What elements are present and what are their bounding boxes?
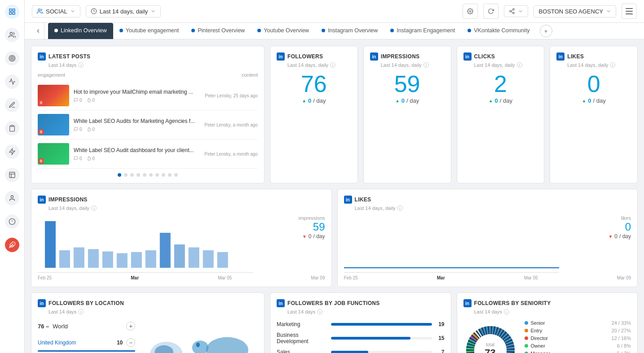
function-bar-wrap bbox=[331, 337, 432, 340]
seniority-dot bbox=[525, 336, 528, 340]
post-info: White Label SEO Audits for Marketing Age… bbox=[74, 118, 200, 132]
svg-marker-9 bbox=[9, 148, 15, 154]
svg-point-22 bbox=[513, 12, 515, 14]
tab-youtube-engagement[interactable]: Youtube engagement bbox=[113, 23, 185, 39]
social-selector[interactable]: SOCIAL bbox=[32, 5, 80, 17]
followers-value: 76 bbox=[277, 72, 351, 96]
sidebar-lightning-icon[interactable] bbox=[5, 144, 19, 159]
chevron-down-share-icon bbox=[518, 9, 523, 14]
tab-instagram-ov-label: Instagram Overview bbox=[328, 27, 378, 34]
settings-btn[interactable] bbox=[463, 4, 478, 19]
likes-chart-info: likes 0 ▼ 0 / day bbox=[608, 215, 631, 240]
sidebar-user-circle-icon[interactable] bbox=[5, 191, 19, 205]
info-icon-posts[interactable]: i bbox=[78, 62, 84, 68]
functions-subtitle: Last 14 days i bbox=[277, 309, 445, 314]
info-icon-functions[interactable]: i bbox=[317, 309, 322, 314]
impressions-stat-value: 59 bbox=[370, 72, 445, 96]
latest-posts-card: in LATEST POSTS Last 14 days i engagemen… bbox=[31, 46, 265, 183]
function-bar-wrap bbox=[331, 351, 432, 353]
agency-selector[interactable]: BOSTON SEO AGENCY bbox=[534, 5, 616, 17]
page-dot[interactable] bbox=[130, 173, 134, 177]
svg-point-7 bbox=[12, 58, 13, 59]
arrow-down-icon: ▼ bbox=[302, 234, 307, 239]
page-dot[interactable] bbox=[155, 173, 159, 177]
sidebar-users-icon[interactable] bbox=[5, 28, 19, 42]
share-btn[interactable] bbox=[504, 5, 528, 17]
location-name[interactable]: United Kingdom bbox=[38, 340, 113, 346]
arrow-up-icon: ▲ bbox=[302, 98, 306, 103]
page-dot[interactable] bbox=[137, 173, 140, 177]
refresh-btn[interactable] bbox=[483, 4, 498, 19]
info-icon-clicks[interactable]: i bbox=[517, 62, 522, 68]
sidebar-branch-icon[interactable] bbox=[5, 74, 19, 89]
add-location-btn[interactable]: + bbox=[126, 322, 135, 331]
seniority-name: Owner bbox=[531, 343, 614, 349]
seniority-dot bbox=[525, 352, 528, 353]
impressions-stat-header: in IMPRESSIONS bbox=[370, 52, 445, 61]
sidebar-info-icon[interactable] bbox=[5, 214, 19, 229]
hamburger-menu[interactable] bbox=[622, 4, 637, 19]
seniority-values: 24 / 33% bbox=[612, 320, 631, 326]
svg-rect-34 bbox=[174, 244, 185, 268]
page-dot[interactable] bbox=[168, 173, 172, 177]
tab-linkedin-overview[interactable]: LinkedIn Overview bbox=[48, 23, 113, 39]
tab-dot bbox=[54, 29, 58, 32]
seniority-values: 12 / 16% bbox=[612, 336, 631, 341]
info-icon-likes[interactable]: i bbox=[610, 62, 615, 68]
tab-instagram-engagement[interactable]: Instagram Engagement bbox=[384, 23, 461, 39]
info-icon-followers[interactable]: i bbox=[330, 62, 335, 68]
post-author: Peter Lensky, a month ago bbox=[204, 122, 258, 127]
page-dot[interactable] bbox=[162, 173, 165, 177]
date-range-selector[interactable]: Last 14 days, daily bbox=[86, 5, 161, 17]
page-dot[interactable] bbox=[174, 173, 178, 177]
impressions-stat-per-day: ▲ 0 / day bbox=[370, 97, 445, 104]
info-icon-seniority[interactable]: i bbox=[504, 309, 509, 314]
tab-vkontakte[interactable]: VKontakte Community bbox=[461, 23, 536, 39]
info-icon-location[interactable]: i bbox=[78, 309, 84, 314]
page-dot[interactable] bbox=[124, 173, 128, 177]
linkedin-logo: in bbox=[38, 52, 46, 61]
function-name: Sales bbox=[277, 349, 327, 353]
post-thumbnail: 0 bbox=[38, 114, 69, 135]
seniority-values: 5 / 7% bbox=[617, 351, 631, 353]
tab-youtube-overview[interactable]: Youtube Overview bbox=[251, 23, 315, 39]
tab-instagram-overview[interactable]: Instagram Overview bbox=[315, 23, 384, 39]
likes-stat-value: 0 bbox=[556, 72, 631, 96]
followers-per-day-val: 0 bbox=[308, 97, 311, 104]
clicks-title: CLICKS bbox=[474, 53, 495, 60]
followers-card: in FOLLOWERS Last 14 days, daily i 76 ▲ … bbox=[270, 46, 358, 183]
page-dot[interactable] bbox=[143, 173, 146, 177]
likes-stat-card: in LIKES Last 14 days, daily i 0 ▲ 0 / d… bbox=[550, 46, 638, 183]
likes-stat-title: LIKES bbox=[567, 53, 584, 60]
tab-pinterest-overview[interactable]: Pinterest Overview bbox=[185, 23, 251, 39]
svg-rect-2 bbox=[13, 12, 15, 14]
sidebar-clipboard-icon[interactable] bbox=[5, 121, 19, 135]
remove-location-btn[interactable]: − bbox=[126, 338, 135, 347]
sidebar-puzzle-icon[interactable] bbox=[5, 238, 19, 252]
info-icon-impressions[interactable]: i bbox=[423, 62, 429, 68]
location-list: United Kingdom 10 − United States 9 bbox=[38, 336, 135, 353]
sidebar-pen-icon[interactable] bbox=[5, 98, 19, 112]
page-dot[interactable] bbox=[118, 173, 121, 177]
donut-center: total 73 bbox=[485, 342, 495, 353]
add-tab-btn[interactable]: + bbox=[540, 25, 552, 37]
page-dot[interactable] bbox=[149, 173, 153, 177]
info-icon-imp-chart[interactable]: i bbox=[91, 205, 97, 211]
settings-icon bbox=[467, 8, 473, 14]
sidebar-target-icon[interactable] bbox=[5, 51, 19, 65]
info-icon-likes-chart[interactable]: i bbox=[397, 205, 403, 211]
list-item: United Kingdom 10 − bbox=[38, 336, 135, 352]
donut-total-label: total bbox=[485, 342, 495, 347]
likes-chart-card: in LIKES Last 14 days, daily i likes 0 ▼… bbox=[337, 189, 638, 287]
tab-dot bbox=[191, 29, 195, 32]
sidebar-building-icon[interactable] bbox=[5, 168, 19, 182]
tab-back-btn[interactable] bbox=[32, 23, 44, 39]
functions-list: Marketing 19 Business Development 15 bbox=[277, 319, 445, 353]
seniority-inner: total 73 Senior 24 / 33% Entry bbox=[463, 319, 631, 353]
svg-rect-10 bbox=[9, 172, 15, 178]
post-thumbnail: 0 bbox=[38, 85, 69, 106]
impressions-stat-subtitle: Last 14 days, daily i bbox=[370, 62, 445, 68]
sidebar-chart-icon[interactable] bbox=[5, 4, 19, 19]
comment-icon bbox=[74, 127, 78, 131]
linkedin-logo: in bbox=[38, 299, 46, 307]
